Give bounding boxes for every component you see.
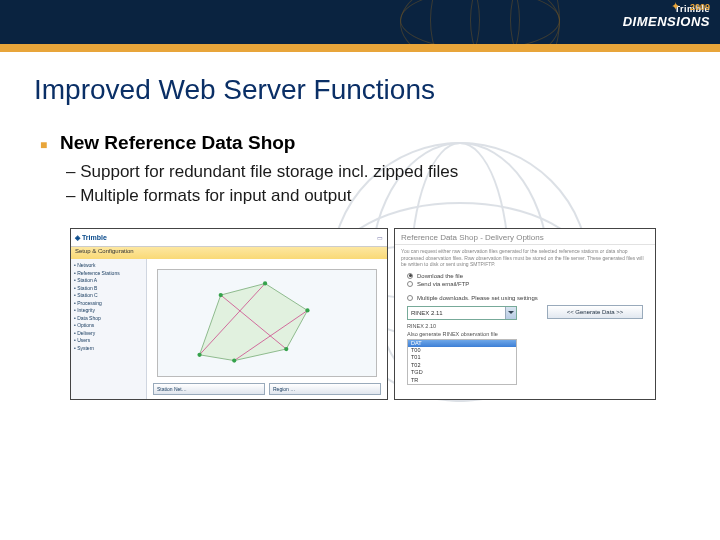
slide-header: ✦ 2009 Trimble DIMENSIONS [0,0,720,44]
sub-bullet-item: Support for redundant file storage incl.… [66,162,686,182]
svg-point-3 [197,353,201,357]
list-item: T02 [408,362,516,369]
app-header-bar: ◈ Trimble ▭ [71,229,387,247]
format-list: DAT T00 T01 T02 TGD TR [407,339,517,386]
tree-item: • Station A [74,277,143,285]
screenshot-row: ◈ Trimble ▭ Setup & Configuration • Netw… [34,228,686,400]
app-tab-bar: Setup & Configuration [71,247,387,259]
panel-title: Reference Data Shop - Delivery Options [395,229,655,245]
svg-point-4 [219,293,223,297]
radio-icon [407,295,413,301]
header-accent-bar [0,44,720,52]
window-control-icon: ▭ [377,234,383,241]
slide-title: Improved Web Server Functions [34,74,686,106]
screenshot-map-view: ◈ Trimble ▭ Setup & Configuration • Netw… [70,228,388,400]
map-panel: Station Net… Region … [147,259,387,399]
tree-item: • Processing [74,300,143,308]
nav-tree: • Network • Reference Stations • Station… [71,259,147,399]
radio-option: Download the file [395,272,655,280]
map-footer-controls: Station Net… Region … [147,383,387,397]
tree-item: • Integrity [74,307,143,315]
svg-point-6 [305,308,309,312]
sub-bullet-list: Support for redundant file storage incl.… [66,162,686,206]
list-item: DAT [408,340,516,347]
event-name: DIMENSIONS [623,14,710,29]
event-logo: ✦ 2009 Trimble DIMENSIONS [623,4,710,29]
tree-item: • Station B [74,285,143,293]
svg-point-8 [232,358,236,362]
map-dropdown: Region … [269,383,381,395]
select-value: RINEX 2.11 [408,310,505,316]
section-bullet: ■ New Reference Data Shop [40,132,686,154]
radio-option: Send via email/FTP [395,280,655,288]
tree-item: • Users [74,337,143,345]
list-item: TGD [408,369,516,376]
app-logo: ◈ Trimble [75,234,107,242]
list-item: T01 [408,354,516,361]
tree-item: • Station C [74,292,143,300]
map-canvas [157,269,377,377]
format-select: RINEX 2.11 [407,306,517,320]
list-item: T00 [408,347,516,354]
svg-point-5 [263,281,267,285]
chevron-down-icon [505,307,516,319]
generate-data-button: << Generate Data >> [547,305,643,319]
event-year: 2009 [690,2,710,12]
radio-icon [407,273,413,279]
tree-item: • System [74,345,143,353]
tree-item: • Options [74,322,143,330]
bullet-marker-icon: ■ [40,138,50,152]
tree-item: • Reference Stations [74,270,143,278]
radio-icon [407,281,413,287]
screenshot-delivery-options: Reference Data Shop - Delivery Options Y… [394,228,656,400]
radio-option: Multiple downloads. Please set using set… [395,294,655,302]
tree-item: • Network [74,262,143,270]
star-icon: ✦ [671,0,680,13]
header-globe-graphic [400,0,560,44]
panel-intro-text: You can request either raw observation f… [395,245,655,272]
option-line: RINEX 2.10 [407,323,643,329]
list-item: TR [408,377,516,384]
map-dropdown: Station Net… [153,383,265,395]
svg-point-7 [284,347,288,351]
tree-item: • Delivery [74,330,143,338]
tree-item: • Data Shop [74,315,143,323]
section-heading: New Reference Data Shop [60,132,295,154]
option-line: Also generate RINEX observation file [407,331,643,337]
sub-bullet-item: Multiple formats for input and output [66,186,686,206]
